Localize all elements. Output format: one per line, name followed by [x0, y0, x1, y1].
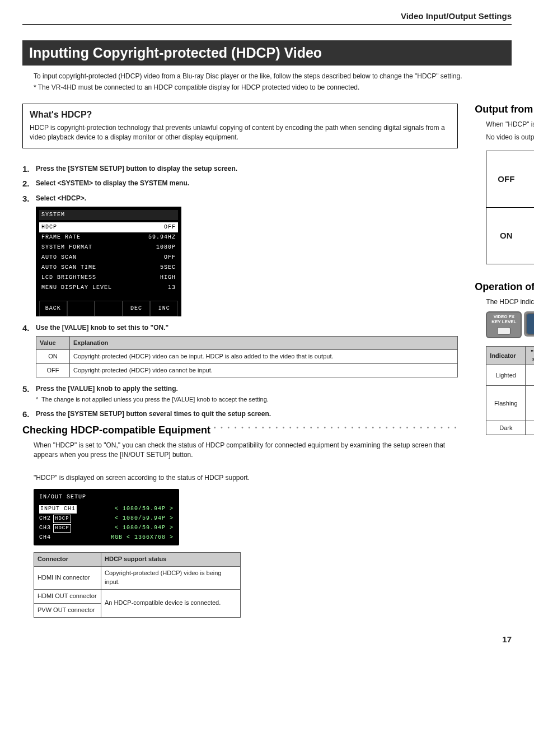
diagram-off-part: OFF RGB/COMPONENTUSB 3.0HDMI OUTPVW OUT — [486, 151, 534, 208]
hdmi-out-status: An HDCP-compatible device is connected. — [101, 589, 241, 617]
hdcp-tag: HDCP — [53, 515, 71, 523]
diagram-connector-row: HDMI OUT — [526, 180, 534, 194]
output-body-2: No video is output via the RGB/COMPONENT… — [486, 133, 534, 142]
output-heading: Output from Connectors — [475, 104, 534, 115]
hdcp-operation-table: Indicator "HDCP" setting Connection stat… — [486, 346, 534, 435]
whats-hdcp-body: HDCP is copyright-protection technology … — [30, 123, 451, 142]
system-menu-row: MENU DISPLAY LEVEL13 — [39, 283, 178, 293]
op-setting-cell: ON — [526, 365, 534, 385]
diagram-off-label: OFF — [486, 151, 526, 207]
operation-heading: Operation of the HDCP indicator — [475, 281, 534, 293]
whats-hdcp-box: What's HDCP? HDCP is copyright-protectio… — [22, 104, 458, 148]
operation-body: The HDCP indicator operates as follows, … — [486, 297, 534, 307]
output-heading-row: Output from Connectors — [475, 104, 534, 115]
support-status-header: HDCP support status — [101, 553, 241, 567]
step-3: Select <HDCP>. — [36, 194, 86, 202]
system-menu-row: LCD BRIGHTNESSHIGH — [39, 273, 178, 283]
value-header: Value — [36, 336, 70, 349]
inout-channel-row: INPUT CH1 < 1080/59.94p > — [37, 505, 176, 514]
hdcp-support-table: Connector HDCP support status HDMI IN co… — [34, 552, 241, 618]
op-indicator-cell: Lighted — [486, 365, 526, 385]
system-menu-row: AUTO SCAN TIME5sec — [39, 263, 178, 273]
videofx-indicator: VIDEO FX KEY LEVEL — [486, 311, 522, 338]
section-header: Video Input/Output Settings — [22, 11, 512, 25]
hdcp-tag: HDCP — [53, 524, 71, 533]
system-menu-row: SYSTEM FORMAT1080p — [39, 242, 178, 253]
inout-channel-row: CH3HDCP < 1080/59.94p > — [37, 524, 176, 533]
op-indicator-cell: Dark — [486, 421, 526, 435]
diagram-connector-row: HDMI OUT — [526, 237, 534, 250]
diagram-connector-row: USB 3.0 — [526, 222, 534, 237]
op-indicator-header: Indicator — [486, 346, 526, 365]
explanation-header: Explanation — [70, 336, 458, 349]
intro-line-1: To input copyright-protected (HDCP) vide… — [34, 71, 500, 81]
hdmi-out-cell: HDMI OUT connector — [34, 589, 101, 603]
step-1: Press the [SYSTEM SETUP] button to displ… — [36, 165, 237, 172]
step-6: Press the [SYSTEM SETUP] button several … — [36, 410, 271, 418]
value-explanation-table: Value Explanation ONCopyright-protected … — [36, 336, 458, 377]
left-column: What's HDCP? HDCP is copyright-protectio… — [22, 104, 458, 618]
right-column: Output from Connectors When "HDCP" is se… — [475, 104, 534, 618]
step-4: Use the [VALUE] knob to set this to "ON.… — [36, 324, 168, 332]
checking-heading: Checking HDCP-compatible Equipment — [22, 424, 210, 436]
system-menu-screenshot: SYSTEM HDCPOFFFRAME RATE59.94HzSYSTEM FO… — [36, 207, 181, 316]
intro-line-2: * The VR-4HD must be connected to an HDC… — [34, 82, 500, 92]
step-2: Select <SYSTEM> to display the SYSTEM me… — [36, 179, 189, 187]
checking-body-2: "HDCP" is displayed on screen according … — [34, 473, 458, 483]
setup-steps: Press the [SYSTEM SETUP] button to displ… — [22, 164, 458, 419]
hdcp-indicator-illustration: VIDEO FX KEY LEVEL HDCP FREEZE — [486, 311, 534, 338]
op-setting-cell: ON — [526, 385, 534, 421]
pvw-out-cell: PVW OUT connector — [34, 603, 101, 617]
op-setting-header: "HDCP" setting — [526, 346, 534, 365]
system-menu-title: SYSTEM — [39, 210, 178, 220]
hdcp-indicator: HDCP — [526, 313, 534, 335]
explanation-cell: Copyright-protected (HDCP) video cannot … — [70, 363, 458, 377]
inout-title: IN/OUT SETUP — [37, 492, 176, 503]
system-menu-footer-button — [67, 301, 95, 316]
checking-body-1: When "HDCP" is set to "ON," you can chec… — [34, 441, 458, 460]
output-diagram: OFF RGB/COMPONENTUSB 3.0HDMI OUTPVW OUT … — [486, 151, 534, 264]
value-cell: ON — [36, 350, 70, 363]
intro-block: To input copyright-protected (HDCP) vide… — [22, 71, 512, 92]
operation-heading-row: Operation of the HDCP indicator — [475, 281, 534, 293]
value-cell: OFF — [36, 363, 70, 377]
diagram-connector-row: RGB/COMPONENT — [526, 151, 534, 166]
diagram-on-part: ON RGB/COMPONENTUSB 3.0HDMI OUTPVW OUT — [486, 208, 534, 264]
inout-channel-row: CH2HDCP < 1080/59.94p > — [37, 514, 176, 524]
diagram-connector-row: USB 3.0 — [526, 166, 534, 180]
op-indicator-cell: Flashing — [486, 385, 526, 421]
system-menu-footer-button — [95, 301, 123, 316]
system-menu-footer-button: BACK — [39, 301, 67, 316]
diagram-on-label: ON — [486, 208, 526, 264]
page-number: 17 — [22, 634, 512, 644]
output-body-1: When "HDCP" is set to "ON," video is out… — [486, 120, 534, 129]
inout-channel-row: CH4RGB < 1366x768 > — [37, 533, 176, 543]
inout-setup-screenshot: IN/OUT SETUP INPUT CH1 < 1080/59.94p >CH… — [34, 489, 179, 546]
op-setting-cell: OFF — [526, 421, 534, 435]
diagram-connector-row: PVW OUT — [526, 194, 534, 207]
step-5: Press the [VALUE] knob to apply the sett… — [36, 385, 178, 393]
system-menu-row: HDCPOFF — [39, 222, 178, 232]
step-5-note: The change is not applied unless you pre… — [36, 395, 458, 404]
system-menu-footer-button: INC — [150, 301, 178, 316]
diagram-connector-row: RGB/COMPONENT — [526, 208, 534, 222]
whats-hdcp-title: What's HDCP? — [30, 110, 451, 120]
checking-heading-row: Checking HDCP-compatible Equipment — [22, 424, 458, 436]
diagram-connector-row: PVW OUT — [526, 250, 534, 264]
system-menu-footer-button: DEC — [123, 301, 151, 316]
page-title: Inputting Copyright-protected (HDCP) Vid… — [22, 40, 512, 66]
hdmi-in-status: Copyright-protected (HDCP) video is bein… — [101, 567, 241, 590]
system-menu-row: FRAME RATE59.94Hz — [39, 232, 178, 242]
section-title: Video Input/Output Settings — [22, 11, 512, 21]
system-menu-row: AUTO SCANOFF — [39, 253, 178, 263]
hdmi-in-cell: HDMI IN connector — [34, 567, 101, 590]
videofx-knob-icon — [497, 327, 510, 335]
connector-header: Connector — [34, 553, 101, 567]
explanation-cell: Copyright-protected (HDCP) video can be … — [70, 350, 458, 363]
